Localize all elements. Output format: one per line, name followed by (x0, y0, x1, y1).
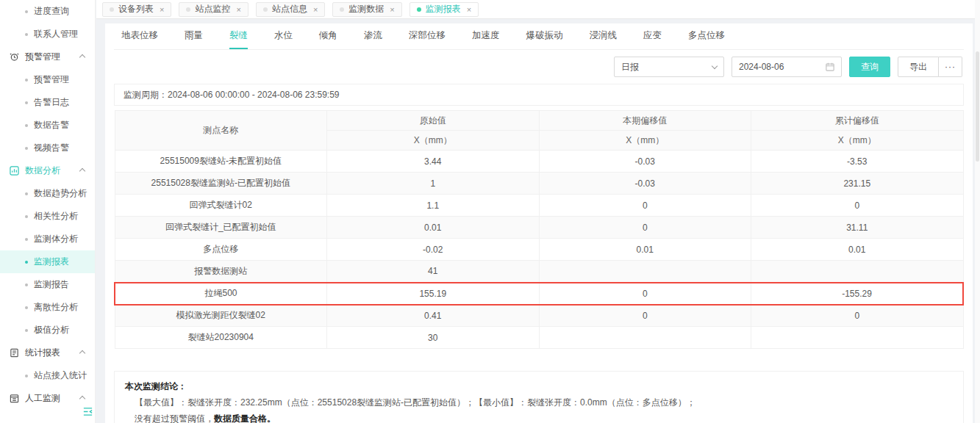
sidebar-item-label: 告警日志 (34, 96, 69, 109)
page-tab-监测数据[interactable]: 监测数据× (332, 2, 401, 17)
tab-加速度[interactable]: 加速度 (472, 24, 500, 49)
tab-地表位移[interactable]: 地表位移 (121, 24, 158, 49)
sidebar-item-极值分析[interactable]: 极值分析 (0, 319, 95, 341)
bullet-icon (25, 306, 28, 309)
bullet-icon (25, 33, 28, 36)
sub-header-x: X（mm） (327, 131, 540, 151)
table-row[interactable]: 回弹式裂缝计_已配置初始值0.01031.11 (115, 217, 963, 239)
cell-current: -0.03 (539, 173, 751, 195)
scrollbar[interactable] (975, 0, 980, 423)
cell-name: 拉绳500 (115, 283, 327, 305)
monitor-period-label: 监测周期：2024-08-06 00:00:00 - 2024-08-06 23… (114, 84, 964, 106)
sidebar-item-联系人管理[interactable]: 联系人管理 (0, 23, 95, 46)
cell-name: 裂缝站20230904 (115, 327, 327, 349)
sidebar-section-统计报表[interactable]: 统计报表 (0, 341, 95, 364)
sidebar-item-预警管理[interactable]: 预警管理 (0, 68, 95, 91)
bullet-icon (25, 261, 28, 264)
cell-cumulative: 0.01 (751, 239, 964, 261)
tab-多点位移[interactable]: 多点位移 (688, 24, 725, 49)
date-value: 2024-08-06 (739, 62, 784, 72)
cell-current: 0 (539, 195, 751, 217)
page-tab-监测报表[interactable]: 监测报表× (409, 2, 479, 17)
close-icon[interactable]: × (467, 5, 471, 14)
tab-雨量[interactable]: 雨量 (185, 24, 203, 49)
query-button[interactable]: 查询 (849, 57, 890, 77)
cell-name: 模拟激光测距仪裂缝02 (115, 305, 327, 327)
close-icon[interactable]: × (390, 5, 394, 14)
table-row[interactable]: 模拟激光测距仪裂缝020.4100 (115, 305, 963, 327)
table-row[interactable]: 多点位移-0.020.010.01 (115, 239, 963, 261)
sidebar-section-label: 预警管理 (25, 51, 60, 63)
table-row[interactable]: 裂缝站2023090430 (115, 327, 963, 349)
close-icon[interactable]: × (313, 5, 318, 14)
sidebar-section-预警管理[interactable]: 预警管理 (0, 46, 95, 68)
cell-name: 报警数据测站 (115, 261, 327, 283)
page-tab-设备列表[interactable]: 设备列表× (102, 2, 171, 17)
tab-label: 站点监控 (195, 3, 230, 15)
close-icon[interactable]: × (236, 5, 240, 14)
more-options-button[interactable]: ··· (939, 57, 962, 77)
sidebar-section-数据分析[interactable]: 数据分析 (0, 159, 95, 182)
conclusion-line-extremes: 【最大值】：裂缝张开度：232.25mm（点位：25515028裂缝监测站-已配… (125, 394, 953, 411)
sidebar-item-监测体分析[interactable]: 监测体分析 (0, 228, 95, 250)
sidebar-section-label: 数据分析 (25, 164, 60, 177)
tab-label: 站点信息 (272, 3, 307, 15)
cell-cumulative: -3.53 (751, 151, 964, 173)
export-button[interactable]: 导出 (898, 57, 939, 77)
tab-label: 监测数据 (348, 3, 384, 15)
table-row[interactable]: 报警数据测站41 (115, 261, 963, 283)
sidebar-item-视频告警[interactable]: 视频告警 (0, 137, 95, 159)
cell-cumulative (751, 261, 964, 283)
cell-raw: 1.1 (327, 195, 540, 217)
report-icon (9, 347, 20, 358)
sidebar-item-站点接入统计[interactable]: 站点接入统计 (0, 364, 95, 387)
cell-name: 回弹式裂缝计02 (115, 195, 327, 217)
sidebar-item-监测报告[interactable]: 监测报告 (0, 273, 95, 296)
table-row[interactable]: 回弹式裂缝计021.100 (115, 195, 963, 217)
sidebar-item-告警日志[interactable]: 告警日志 (0, 91, 95, 114)
sidebar-item-label: 联系人管理 (34, 28, 78, 40)
date-picker[interactable]: 2024-08-06 (732, 57, 842, 77)
menu-fold-icon[interactable] (82, 406, 93, 419)
tab-裂缝[interactable]: 裂缝 (229, 24, 248, 49)
col-header-cumulative: 累计偏移值 (751, 111, 964, 131)
close-icon[interactable]: × (160, 5, 164, 14)
conclusion-panel: 本次监测结论： 【最大值】：裂缝张开度：232.25mm（点位：25515028… (114, 371, 964, 423)
sidebar-item-label: 进度查询 (34, 5, 69, 18)
tab-渗流[interactable]: 渗流 (364, 24, 382, 49)
table-row[interactable]: 25515009裂缝站-未配置初始值3.44-0.03-3.53 (115, 151, 963, 173)
tab-浸润线[interactable]: 浸润线 (590, 24, 618, 49)
sidebar-item-label: 极值分析 (34, 324, 69, 336)
sidebar-item-离散性分析[interactable]: 离散性分析 (0, 296, 95, 319)
sidebar-item-数据告警[interactable]: 数据告警 (0, 114, 95, 137)
tab-深部位移[interactable]: 深部位移 (409, 24, 446, 49)
sidebar-item-label: 数据告警 (34, 119, 69, 131)
table-row-highlighted[interactable]: 拉绳500155.190-155.29 (115, 283, 963, 305)
report-type-select[interactable]: 日报 (614, 57, 724, 77)
tab-label: 设备列表 (118, 3, 154, 15)
sidebar-item-进度查询[interactable]: 进度查询 (0, 0, 95, 23)
tab-倾角[interactable]: 倾角 (319, 24, 337, 49)
tab-爆破振动[interactable]: 爆破振动 (526, 24, 563, 49)
sidebar-item-监测报表[interactable]: 监测报表 (0, 250, 95, 273)
chevron-down-icon (712, 62, 718, 68)
tab-水位[interactable]: 水位 (274, 24, 293, 49)
page-tab-站点信息[interactable]: 站点信息× (256, 2, 325, 17)
sidebar-item-数据趋势分析[interactable]: 数据趋势分析 (0, 182, 95, 205)
cell-raw: 41 (327, 261, 540, 283)
chevron-up-icon (79, 395, 85, 401)
tab-status-dot (186, 7, 190, 12)
bullet-icon (25, 192, 28, 195)
cell-current: 0 (539, 305, 751, 327)
page-tab-站点监控[interactable]: 站点监控× (179, 2, 248, 17)
bullet-icon (25, 238, 28, 241)
sidebar-section-人工监测[interactable]: 人工监测 (0, 387, 95, 410)
cell-current: 0 (539, 283, 751, 305)
tab-应变[interactable]: 应变 (643, 24, 662, 49)
analysis-icon (9, 165, 20, 176)
table-row[interactable]: 25515028裂缝监测站-已配置初始值1-0.03231.15 (115, 173, 963, 195)
scrollbar-thumb[interactable] (976, 51, 979, 162)
calendar-icon (826, 62, 834, 71)
bullet-icon (25, 124, 28, 127)
sidebar-item-相关性分析[interactable]: 相关性分析 (0, 205, 95, 228)
